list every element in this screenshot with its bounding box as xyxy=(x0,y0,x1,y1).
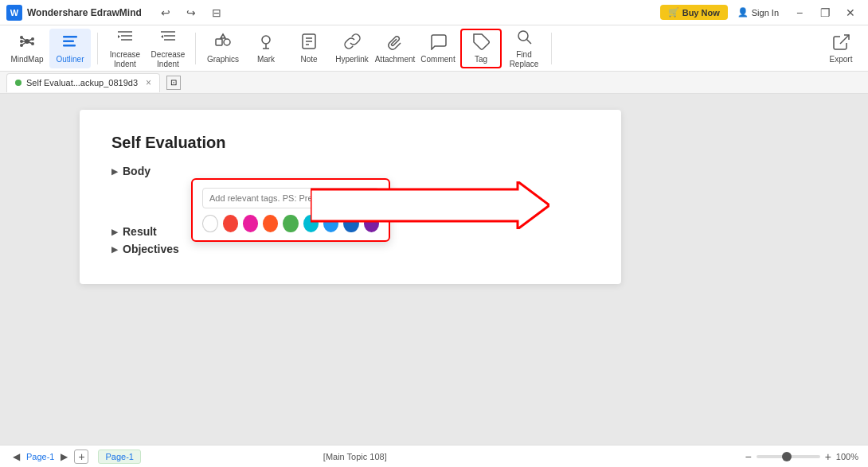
buy-now-button[interactable]: 🛒 Buy Now xyxy=(660,5,728,20)
result-arrow: ▶ xyxy=(111,228,118,236)
color-orange[interactable] xyxy=(263,215,278,232)
content-card: Self Evaluation ▶ Body xyxy=(80,110,621,284)
tag-color-selector xyxy=(202,215,379,232)
svg-rect-13 xyxy=(63,45,76,47)
mindmap-button[interactable]: MindMap xyxy=(6,29,48,68)
undo-button[interactable]: ↩ xyxy=(154,2,177,24)
page-tab[interactable]: Page-1 xyxy=(98,449,140,464)
hyperlink-label: Hyperlink xyxy=(335,55,369,64)
tag-label: Tag xyxy=(475,55,487,64)
toolbar: MindMap Outliner IncreaseIndent Decrease… xyxy=(0,25,868,72)
sign-in-button[interactable]: 👤 Sign In xyxy=(731,5,785,20)
title-bar: W Wondershare EdrawMind ↩ ↪ ⊟ 🛒 Buy Now … xyxy=(0,0,868,25)
mark-label: Mark xyxy=(257,55,275,64)
restore-button[interactable]: ❐ xyxy=(814,2,836,24)
color-red[interactable] xyxy=(223,215,238,232)
tag-popup xyxy=(191,178,390,242)
color-blue[interactable] xyxy=(343,215,358,232)
comment-icon xyxy=(429,33,447,53)
objectives-section[interactable]: ▶ Objectives xyxy=(111,243,589,255)
attachment-button[interactable]: Attachment xyxy=(374,29,416,68)
body-section[interactable]: ▶ Body xyxy=(111,165,589,177)
decrease-indent-label: DecreaseIndent xyxy=(151,50,186,69)
user-icon: 👤 xyxy=(737,7,749,18)
mark-button[interactable]: Mark xyxy=(245,29,287,68)
objectives-arrow: ▶ xyxy=(111,245,118,254)
body-arrow: ▶ xyxy=(111,167,118,176)
export-button[interactable]: Export xyxy=(820,29,862,68)
color-blue-light[interactable] xyxy=(323,215,338,232)
decrease-indent-icon xyxy=(159,28,177,48)
svg-point-9 xyxy=(31,37,34,41)
color-empty[interactable] xyxy=(202,215,218,232)
zoom-controls: − + 100% xyxy=(745,450,858,463)
tab-close-button[interactable]: × xyxy=(146,77,151,88)
main-area: Self Evaluation ▶ Body xyxy=(0,94,868,445)
zoom-percent: 100% xyxy=(836,452,858,461)
save-button[interactable]: ⊟ xyxy=(205,2,228,24)
color-pink[interactable] xyxy=(243,215,258,232)
tab-status-dot xyxy=(15,80,22,86)
svg-rect-11 xyxy=(63,36,77,38)
page-prev-button[interactable]: ◀ xyxy=(10,450,23,463)
tools-group: Graphics Mark Note Hyperlink Attachment xyxy=(202,29,545,68)
page-view-toggle[interactable]: ⊡ xyxy=(166,76,181,90)
tag-icon xyxy=(472,33,490,53)
page-indicator: Page-1 xyxy=(26,452,54,461)
export-label: Export xyxy=(830,55,853,64)
svg-marker-22 xyxy=(221,34,225,38)
document-tab[interactable]: Self Evaluat...ackup_0819d3 × xyxy=(6,73,160,92)
graphics-button[interactable]: Graphics xyxy=(202,29,244,68)
svg-point-8 xyxy=(20,44,23,47)
color-cyan[interactable] xyxy=(303,215,319,232)
graphics-icon xyxy=(214,33,232,53)
canvas-area: Self Evaluation ▶ Body xyxy=(0,94,868,445)
outliner-button[interactable]: Outliner xyxy=(49,29,91,68)
tag-button[interactable]: Tag xyxy=(460,29,502,68)
tag-input[interactable] xyxy=(202,188,379,208)
find-replace-button[interactable]: FindReplace xyxy=(503,29,545,68)
body-label: Body xyxy=(123,165,151,177)
page-next-button[interactable]: ▶ xyxy=(57,450,71,463)
increase-indent-icon xyxy=(116,28,134,48)
increase-indent-button[interactable]: IncreaseIndent xyxy=(104,29,146,68)
close-button[interactable]: ✕ xyxy=(839,2,862,24)
minimize-button[interactable]: − xyxy=(788,2,811,24)
page-navigation: ◀ Page-1 ▶ + Page-1 xyxy=(10,449,141,464)
svg-rect-12 xyxy=(63,40,74,42)
tab-bar: Self Evaluat...ackup_0819d3 × ⊡ xyxy=(0,72,868,94)
note-button[interactable]: Note xyxy=(288,29,330,68)
add-page-button[interactable]: + xyxy=(74,449,88,464)
color-green[interactable] xyxy=(283,215,298,232)
find-replace-label: FindReplace xyxy=(510,50,539,69)
color-purple[interactable] xyxy=(364,215,379,232)
objectives-label: Objectives xyxy=(123,243,179,255)
outliner-label: Outliner xyxy=(56,55,84,64)
outliner-icon xyxy=(61,33,79,53)
increase-indent-label: IncreaseIndent xyxy=(110,50,140,69)
zoom-slider[interactable] xyxy=(757,455,820,458)
document-title: Self Evaluation xyxy=(111,134,589,152)
zoom-out-button[interactable]: − xyxy=(745,450,751,463)
svg-point-31 xyxy=(518,31,528,41)
tab-name: Self Evaluat...ackup_0819d3 xyxy=(26,78,138,88)
mark-icon xyxy=(257,33,275,53)
redo-button[interactable]: ↪ xyxy=(180,2,202,24)
svg-point-6 xyxy=(20,36,23,39)
hyperlink-icon xyxy=(343,33,361,53)
svg-point-10 xyxy=(31,42,34,45)
decrease-indent-button[interactable]: DecreaseIndent xyxy=(147,29,189,68)
svg-point-23 xyxy=(262,36,270,44)
comment-button[interactable]: Comment xyxy=(417,29,459,68)
logo-icon: W xyxy=(6,5,22,21)
hyperlink-button[interactable]: Hyperlink xyxy=(331,29,373,68)
graphics-label: Graphics xyxy=(207,55,239,64)
view-group: MindMap Outliner xyxy=(6,29,91,68)
divider-1 xyxy=(97,33,98,64)
app-logo: W Wondershare EdrawMind xyxy=(6,5,142,21)
svg-point-21 xyxy=(224,39,230,45)
status-main-topic: [Main Topic 108] xyxy=(323,452,387,461)
result-label: Result xyxy=(123,225,157,238)
zoom-in-button[interactable]: + xyxy=(825,450,831,463)
divider-3 xyxy=(551,33,552,64)
